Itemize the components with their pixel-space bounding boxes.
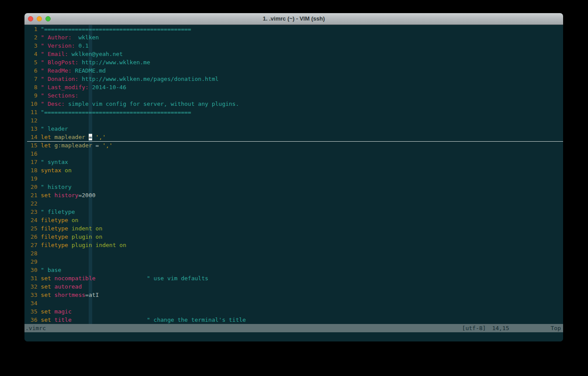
editor-line[interactable]: 7 " Donation: http://www.wklken.me/pages… [27, 75, 563, 83]
token-label: " Desc: [41, 101, 65, 107]
editor-line[interactable]: 19 [27, 174, 563, 183]
editor-line[interactable]: 35 set magic [27, 307, 563, 316]
token-label: " Donation: [41, 76, 78, 82]
line-number: 30 [27, 267, 41, 273]
token-keyword: set [41, 317, 51, 323]
token-comment: " change the terminal's title [147, 317, 246, 323]
editor-line[interactable]: 22 [27, 199, 563, 208]
token-keyword: let [41, 134, 51, 140]
editor-line[interactable]: 4 " Email: wklken@yeah.net [27, 50, 563, 58]
token-comment: 0.1 [75, 42, 89, 49]
vim-editor[interactable]: 1 "=====================================… [24, 25, 563, 324]
token-plain [96, 275, 147, 282]
editor-line[interactable]: 21 set history=2000 [27, 191, 563, 199]
line-number: 5 [27, 59, 41, 66]
editor-line[interactable]: 2 " Author: wklken [27, 33, 563, 42]
token-option: nocompatible [51, 275, 96, 282]
editor-line[interactable]: 12 [27, 116, 563, 125]
line-number: 1 [27, 26, 41, 32]
editor-line[interactable]: 27 filetype plugin indent on [27, 241, 563, 249]
token-enable: indent on [68, 225, 102, 232]
editor-line[interactable]: 10 " Desc: simple vim config for server,… [27, 100, 563, 108]
editor-line[interactable]: 30 " base [27, 266, 563, 274]
editor-line[interactable]: 24 filetype on [27, 216, 563, 224]
line-number: 29 [27, 258, 41, 265]
token-label: " Author: [41, 34, 71, 41]
line-number: 28 [27, 250, 41, 257]
token-comment: " use vim defaults [147, 275, 208, 282]
status-filename: .vimrc [24, 324, 46, 332]
token-label: " Version: [41, 42, 75, 49]
status-encoding: [utf-8] [462, 324, 486, 332]
editor-line[interactable]: 23 " filetype [27, 208, 563, 216]
token-comment: " history [41, 184, 71, 190]
token-keyword: set [41, 275, 51, 282]
editor-line[interactable]: 1 "=====================================… [27, 25, 563, 33]
token-plain [72, 317, 147, 323]
token-keyword: set [41, 283, 51, 290]
editor-line[interactable]: 6 " ReadMe: README.md [27, 66, 563, 75]
token-op: = [92, 142, 99, 149]
token-label: " Email: [41, 51, 68, 57]
status-bar: .vimrc [utf-8] 14,15 Top [24, 324, 563, 332]
token-ident: mapleader [51, 134, 89, 140]
title-bar[interactable]: 1. .vimrc (~) - VIM (ssh) [24, 13, 563, 25]
token-keyword: filetype [41, 217, 68, 223]
line-number: 26 [27, 233, 41, 240]
editor-line[interactable]: 17 " syntax [27, 158, 563, 166]
editor-line[interactable]: 20 " history [27, 183, 563, 191]
token-string: ',' [99, 142, 112, 149]
editor-line[interactable]: 29 [27, 258, 563, 266]
token-ident: g:mapleader [51, 142, 92, 149]
line-number: 23 [27, 209, 41, 215]
token-option: title [51, 317, 72, 323]
line-number: 25 [27, 225, 41, 232]
token-keyword: set [41, 192, 51, 198]
window-title: 1. .vimrc (~) - VIM (ssh) [24, 13, 563, 24]
token-comment: http://www.wklken.me [78, 59, 150, 66]
editor-line[interactable]: 14 let mapleader = ',' [27, 133, 563, 141]
token-keyword: filetype [41, 242, 68, 248]
token-comment: simple vim config for server, without an… [65, 101, 239, 107]
token-comment: wklken [72, 34, 99, 41]
token-label: " BlogPost: [41, 59, 78, 66]
editor-line[interactable]: 31 set nocompatible " use vim defaults [27, 274, 563, 282]
line-number: 33 [27, 292, 41, 298]
editor-line[interactable]: 28 [27, 249, 563, 258]
editor-line[interactable]: 25 filetype indent on [27, 224, 563, 233]
editor-line[interactable]: 32 set autoread [27, 282, 563, 291]
editor-line[interactable]: 16 [27, 150, 563, 158]
line-number: 34 [27, 300, 41, 306]
token-comment: " base [41, 267, 61, 273]
line-number: 2 [27, 34, 41, 41]
line-number: 8 [27, 84, 41, 91]
editor-line[interactable]: 26 filetype plugin on [27, 233, 563, 241]
status-right-group: [utf-8] 14,15 Top [462, 324, 563, 332]
line-number: 13 [27, 125, 41, 132]
token-option: history [51, 192, 79, 198]
editor-line[interactable]: 18 syntax on [27, 166, 563, 174]
editor-line[interactable]: 13 " leader [27, 125, 563, 133]
line-number: 9 [27, 92, 41, 99]
editor-line[interactable]: 36 set title " change the terminal's tit… [27, 316, 563, 324]
line-number: 10 [27, 101, 41, 107]
token-enable: on [61, 167, 71, 174]
token-option: autoread [51, 283, 82, 290]
token-enable: plugin on [68, 233, 102, 240]
editor-line[interactable]: 3 " Version: 0.1 [27, 42, 563, 50]
editor-line[interactable]: 34 [27, 299, 563, 307]
editor-line[interactable]: 8 " Last_modify: 2014-10-46 [27, 83, 563, 91]
token-label: " ReadMe: [41, 67, 71, 74]
editor-line[interactable]: 15 let g:mapleader = ',' [27, 141, 563, 150]
token-keyword: syntax [41, 167, 61, 174]
line-number: 27 [27, 242, 41, 248]
editor-line[interactable]: 11 "====================================… [27, 108, 563, 116]
token-comment: http://www.wklken.me/pages/donation.html [78, 76, 218, 82]
token-string: ',' [92, 134, 106, 140]
line-number: 11 [27, 109, 41, 115]
editor-line[interactable]: 5 " BlogPost: http://www.wklken.me [27, 58, 563, 66]
line-number: 15 [27, 142, 41, 149]
editor-line[interactable]: 9 " Sections: [27, 91, 563, 100]
token-label: " Sections: [41, 92, 78, 99]
editor-line[interactable]: 33 set shortmess=atI [27, 291, 563, 299]
